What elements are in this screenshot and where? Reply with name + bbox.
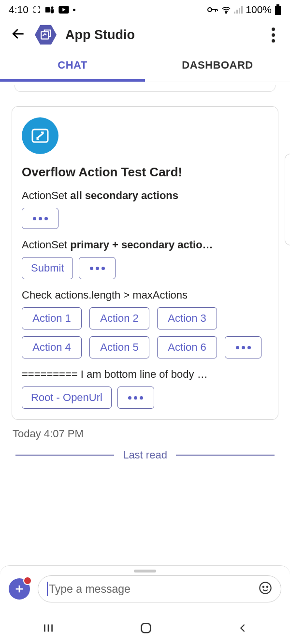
vpn-key-icon (207, 6, 218, 13)
card-bottom-line: ========= I am bottom line of body … (22, 368, 268, 381)
svg-point-4 (226, 12, 227, 13)
status-left: 4:10 (9, 4, 75, 15)
action-4-button[interactable]: Action 4 (22, 336, 82, 358)
actionset-2: Submit (22, 257, 268, 279)
tab-bar: CHAT DASHBOARD (0, 50, 290, 82)
svg-rect-0 (45, 7, 50, 13)
last-read-marker: Last read (6, 447, 284, 471)
compose-add-button[interactable] (9, 578, 30, 600)
adaptive-card: Overflow Action Test Card! ActionSet all… (12, 106, 278, 420)
status-time: 4:10 (9, 4, 29, 15)
card-section-2: ActionSet primary + secondary actio… (22, 239, 268, 251)
svg-point-3 (208, 8, 212, 12)
actionset-1 (22, 208, 268, 229)
card-section-2-bold: primary + secondary actio… (70, 239, 213, 251)
wifi-icon (221, 6, 231, 14)
previous-card-edge (14, 85, 276, 92)
actionset-3: Action 1 Action 2 Action 3 Action 4 Acti… (22, 307, 268, 358)
nav-recent-icon[interactable] (42, 622, 55, 636)
overflow-button-3[interactable] (225, 336, 261, 358)
action-3-button[interactable]: Action 3 (157, 307, 217, 329)
svg-point-15 (267, 587, 268, 587)
svg-rect-10 (275, 6, 281, 15)
svg-rect-11 (41, 32, 48, 39)
submit-button[interactable]: Submit (22, 257, 73, 279)
message-input-container[interactable] (38, 575, 281, 602)
app-studio-logo-icon (35, 24, 57, 46)
svg-rect-6 (236, 10, 238, 14)
nav-home-icon[interactable] (139, 621, 153, 637)
more-vertical-icon[interactable] (266, 28, 280, 43)
app-bar: App Studio (0, 19, 290, 50)
status-right: 100% (207, 4, 281, 15)
svg-rect-5 (234, 12, 235, 14)
last-read-label: Last read (123, 449, 167, 461)
emoji-icon[interactable] (259, 581, 272, 597)
system-nav-bar (0, 614, 290, 644)
divider-right (176, 455, 275, 456)
tab-dashboard[interactable]: DASHBOARD (145, 50, 290, 82)
overflow-button-root[interactable] (117, 386, 154, 409)
nav-back-icon[interactable] (237, 622, 248, 636)
more-dot-icon (73, 9, 75, 11)
card-avatar-icon (22, 117, 58, 154)
root-openurl-button[interactable]: Root - OpenUrl (22, 386, 112, 409)
signal-icon (234, 6, 243, 14)
divider-left (15, 455, 114, 456)
svg-rect-7 (239, 8, 240, 14)
drag-handle-icon[interactable] (134, 570, 156, 572)
battery-icon (275, 4, 281, 15)
action-2-button[interactable]: Action 2 (89, 307, 149, 329)
chat-scroll[interactable]: Overflow Action Test Card! ActionSet all… (0, 82, 290, 471)
app-title: App Studio (65, 28, 257, 43)
action-5-button[interactable]: Action 5 (89, 336, 149, 358)
svg-point-1 (51, 6, 53, 9)
overflow-button-2[interactable] (79, 257, 116, 279)
overflow-button-1[interactable] (22, 208, 58, 229)
back-icon[interactable] (11, 26, 26, 43)
card-section-2-prefix: ActionSet (22, 239, 70, 251)
card-title: Overflow Action Test Card! (22, 165, 268, 180)
message-timestamp: Today 4:07 PM (6, 420, 284, 447)
teams-icon (45, 5, 55, 14)
tab-chat[interactable]: CHAT (0, 50, 145, 82)
youtube-icon (58, 6, 69, 14)
ellipsis-icon (33, 217, 48, 220)
text-cursor (47, 582, 48, 596)
message-input[interactable] (49, 583, 259, 596)
next-card-peek (285, 154, 290, 245)
ellipsis-icon (90, 267, 105, 270)
action-1-button[interactable]: Action 1 (22, 307, 82, 329)
ellipsis-icon (128, 396, 143, 400)
ellipsis-icon (236, 346, 251, 349)
svg-rect-9 (276, 4, 279, 6)
battery-text: 100% (246, 4, 272, 15)
svg-point-14 (263, 587, 264, 587)
status-bar: 4:10 100% (0, 0, 290, 19)
svg-rect-8 (241, 6, 243, 14)
card-section-3: Check actions.length > maxActions (22, 289, 268, 301)
actionset-root: Root - OpenUrl (22, 386, 268, 409)
card-section-1-bold: all secondary actions (70, 189, 178, 201)
svg-rect-16 (142, 624, 151, 633)
card-section-1-prefix: ActionSet (22, 189, 70, 201)
action-6-button[interactable]: Action 6 (157, 336, 217, 358)
composer (0, 565, 290, 614)
svg-point-13 (260, 582, 271, 593)
card-section-1: ActionSet all secondary actions (22, 189, 268, 202)
fullscreen-icon (32, 5, 41, 14)
